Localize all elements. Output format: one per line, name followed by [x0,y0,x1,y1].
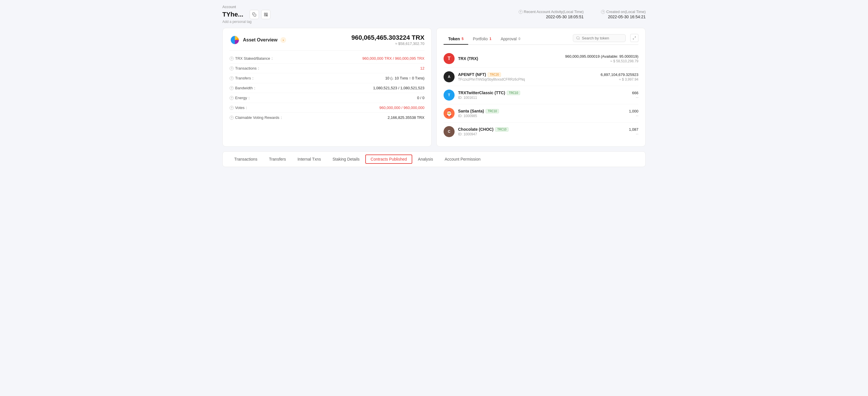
token-list: T TRX (TRX) 960,000,095.000019 (Availabl… [443,50,639,141]
token-id: TFczxzPhnThNSqr5by8tvxsdCFRRz6cPNq [458,78,597,82]
bottom-tab-staking-details[interactable]: Staking Details [327,152,365,166]
stat-help-icon[interactable]: ? [229,66,234,70]
stat-label: ? Transfers : [229,76,253,80]
stat-value: 960,000,000 / 960,000,000 [379,105,425,110]
token-search-box[interactable] [573,34,626,42]
stat-row: ? Votes : 960,000,000 / 960,000,000 [229,103,425,113]
stat-help-icon[interactable]: ? [229,96,234,100]
stat-row: ? Transfers : 10 (↓ 10 Txns ↑ 0 Txns) [229,73,425,83]
token-info: TRXTwitterClassic (TTC) TRC10 ID: 100161… [458,90,628,100]
bottom-tab-internal-txns[interactable]: Internal Txns [292,152,327,166]
stat-help-icon[interactable]: ? [229,116,234,120]
token-tab-approval[interactable]: Approval 0 [496,34,525,44]
svg-rect-0 [254,14,256,16]
token-icon: T [443,90,455,100]
bottom-tab-account-permission[interactable]: Account Permission [439,152,487,166]
personal-tag[interactable]: Add a personal tag [222,20,646,24]
token-name: TRX (TRX) [458,56,562,61]
stat-value: 0 / 0 [417,96,425,100]
svg-rect-7 [266,16,267,16]
recent-activity-value: 2022-05-30 18:05:51 [519,14,584,19]
recent-activity-help-icon[interactable]: ? [519,10,523,14]
token-name: TRXTwitterClassic (TTC) TRC10 [458,90,628,95]
search-input[interactable] [582,36,622,40]
token-amount: 666 -- [632,91,639,99]
account-section-label: Account [222,5,646,9]
created-label: ? Created on(Local Time) [601,9,646,14]
token-info: Chocolate (CHOC) TRC10 ID: 1000947 [458,127,625,136]
token-icon: A [443,71,455,82]
svg-rect-5 [266,15,267,15]
bottom-tab-analysis[interactable]: Analysis [412,152,439,166]
token-row: C Chocolate (CHOC) TRC10 ID: 1000947 1,0… [443,123,639,141]
recent-activity-label: ? Recent Account Activity(Local Time) [519,9,584,14]
token-info: TRX (TRX) [458,56,562,61]
token-info: APENFT (NFT) TRC20 TFczxzPhnThNSqr5by8tv… [458,72,597,82]
svg-rect-6 [267,15,268,15]
stat-help-icon[interactable]: ? [229,76,234,80]
token-badge: TRC10 [507,91,520,95]
token-id: ID: 1000985 [458,114,625,118]
token-name: APENFT (NFT) TRC20 [458,72,597,77]
stat-label: ? Votes : [229,105,247,110]
balance-usd: ≈ $58,617,302.70 [351,41,425,46]
asset-overview-panel: Asset Overview › 960,065,465.303224 TRX … [222,28,432,147]
stat-help-icon[interactable]: ? [229,57,234,61]
stat-value: 10 (↓ 10 Txns ↑ 0 Txns) [385,76,425,80]
stats-container: ? TRX Staked/Balance : 960,000,000 TRX /… [229,54,425,122]
stat-value: 12 [421,66,425,70]
token-badge: TRC10 [495,127,508,132]
stat-value: 1,080,521,523 / 1,080,521,523 [373,86,425,90]
token-panel: Token 5Portfolio 1Approval 0 T TRX (TRX) [436,28,646,147]
stat-label: ? TRX Staked/Balance : [229,56,273,61]
svg-rect-3 [265,15,266,16]
token-amount: 1,087 -- [629,127,639,136]
created-help-icon[interactable]: ? [601,10,605,14]
stat-value: 2,166,825.35538 TRX [388,115,425,120]
token-name: Chocolate (CHOC) TRC10 [458,127,625,132]
token-badge: TRC20 [488,72,501,77]
stat-row: ? Claimable Voting Rewards : 2,166,825.3… [229,113,425,122]
svg-rect-2 [266,13,267,14]
created-value: 2022-05-30 16:54:21 [601,14,646,19]
balance-trx: 960,065,465.303224 TRX [351,34,425,41]
stat-value: 960,000,000 TRX / 960,000,095 TRX [362,56,425,61]
token-amount: 960,000,095.000019 (Available: 95.000019… [565,54,639,63]
stat-label: ? Claimable Voting Rewards : [229,115,282,120]
svg-point-10 [577,36,579,39]
token-icon: T [443,53,455,64]
stat-row: ? Bandwidth : 1,080,521,523 / 1,080,521,… [229,83,425,93]
stat-row: ? Transactions : 12 [229,63,425,73]
token-id: ID: 1001611 [458,96,628,100]
stat-label: ? Transactions : [229,66,259,70]
search-icon [576,36,580,40]
token-tab-portfolio[interactable]: Portfolio 1 [468,34,496,44]
bottom-tab-contracts-published[interactable]: Contracts Published [365,154,412,164]
token-icon: C [443,126,455,137]
token-icon: 🎅 [443,108,455,119]
token-amount: 1,000 -- [629,109,639,118]
stat-row: ? Energy : 0 / 0 [229,93,425,103]
svg-rect-8 [267,16,268,16]
stat-label: ? Energy : [229,96,250,100]
token-tab-token[interactable]: Token 5 [443,34,468,44]
copy-button[interactable] [250,10,259,19]
token-name: Santa (Santa) TRC10 [458,109,625,113]
stat-label: ? Bandwidth : [229,86,255,90]
token-row: T TRX (TRX) 960,000,095.000019 (Availabl… [443,50,639,68]
expand-button[interactable] [630,34,639,42]
bottom-tab-transactions[interactable]: Transactions [228,152,263,166]
stat-help-icon[interactable]: ? [229,86,234,90]
token-row: A APENFT (NFT) TRC20 TFczxzPhnThNSqr5by8… [443,68,639,86]
asset-overview-icon [229,35,240,45]
qr-button[interactable] [261,10,271,19]
svg-rect-1 [265,13,266,14]
token-tabs: Token 5Portfolio 1Approval 0 [443,34,639,45]
token-badge: TRC10 [486,109,499,113]
token-row: T TRXTwitterClassic (TTC) TRC10 ID: 1001… [443,86,639,104]
bottom-tab-transfers[interactable]: Transfers [263,152,292,166]
stat-help-icon[interactable]: ? [229,106,234,110]
token-info: Santa (Santa) TRC10 ID: 1000985 [458,109,625,118]
asset-arrow-icon[interactable]: › [280,37,286,43]
token-amount: 6,897,104,679.325923 ≈ $ 3,997.94 [601,72,639,82]
